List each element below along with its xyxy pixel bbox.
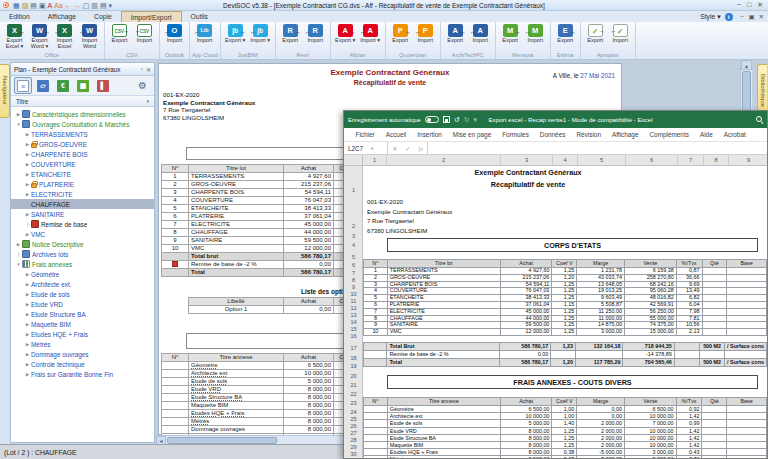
- export-estima-button[interactable]: E→Export: [553, 23, 578, 51]
- mdi-close-icon[interactable]: ✕: [759, 13, 764, 20]
- collapsed-arrow-icon[interactable]: ▶: [24, 162, 31, 167]
- row-header-3[interactable]: 3: [344, 233, 363, 239]
- row-header-12[interactable]: 12: [344, 305, 363, 311]
- row-header-6[interactable]: 6: [344, 262, 363, 268]
- branch-icon[interactable]: ├: [24, 222, 31, 227]
- export-revit-button[interactable]: R→Export: [278, 23, 303, 51]
- tree-item-dommage-ouvrages[interactable]: ▶Dommage ouvrages: [11, 349, 154, 359]
- excel-tab-affichage[interactable]: Affichage: [606, 131, 644, 138]
- row-header-2[interactable]: 2: [344, 223, 363, 229]
- tree-item-etancheite[interactable]: ▶ETANCHEITE: [11, 169, 154, 179]
- import-revit-button[interactable]: R←Import: [303, 23, 328, 51]
- collapsed-arrow-icon[interactable]: ▶: [24, 192, 31, 197]
- collapsed-arrow-icon[interactable]: ▶: [24, 132, 31, 137]
- collapsed-arrow-icon[interactable]: ▶: [24, 372, 31, 377]
- export-architechpc-button[interactable]: A→Export: [443, 23, 468, 51]
- column-header-6[interactable]: 6: [626, 155, 678, 165]
- print-icon[interactable]: ▤: [30, 2, 37, 9]
- row-header-15[interactable]: 15: [344, 326, 363, 332]
- menu-tab-edition[interactable]: Edition: [0, 11, 39, 22]
- row-header-26[interactable]: 26: [344, 423, 363, 429]
- tree-item-g-om-tre[interactable]: ▶Géométre: [11, 269, 154, 279]
- column-header-7[interactable]: 7: [678, 155, 704, 165]
- formula-input[interactable]: [428, 142, 767, 154]
- import-mensura-button[interactable]: M←Import: [523, 23, 548, 51]
- mdi-restore-icon[interactable]: ▣: [748, 13, 754, 20]
- export-allplan-button[interactable]: A→Export ▾: [333, 23, 358, 51]
- collapsed-arrow-icon[interactable]: ▶: [24, 322, 31, 327]
- name-box[interactable]: L2C7▾: [344, 142, 388, 154]
- import-csv-button[interactable]: CSV←Import: [132, 23, 157, 51]
- row-header-7[interactable]: 7: [344, 270, 363, 276]
- pin-icon[interactable]: ▫: [141, 66, 143, 73]
- qat-more-icon[interactable]: ▾: [474, 116, 478, 123]
- excel-tab-insertion[interactable]: Insertion: [412, 131, 448, 138]
- devisoc-logo-icon[interactable]: D: [2, 1, 10, 9]
- collapsed-arrow-icon[interactable]: ▶: [24, 142, 31, 147]
- import-allplan-button[interactable]: A←Import ▾: [358, 23, 383, 51]
- tree-item-maquette-bim[interactable]: ▶Maquette BIM: [11, 319, 154, 329]
- import-quoterplan-button[interactable]: P←Import: [413, 23, 438, 51]
- enter-icon[interactable]: ✓: [405, 145, 410, 152]
- settings-gear-icon[interactable]: ⚙: [138, 80, 151, 91]
- close-icon[interactable]: ✕: [757, 1, 763, 9]
- tree-item-m-tr-s[interactable]: ▶Métrés: [11, 339, 154, 349]
- collapsed-arrow-icon[interactable]: ▶: [24, 152, 31, 157]
- row-header-23[interactable]: 23: [344, 400, 363, 406]
- export-aproplan-button[interactable]: ✓→Export: [583, 23, 608, 51]
- tree-item-sanitaire[interactable]: ▶SANITAIRE: [11, 209, 154, 219]
- import-office-button[interactable]: X←ImportExcel: [52, 23, 77, 51]
- tree-item-frais-sur-garantie-bonne-fin[interactable]: ▶Frais sur Garantie Bonne Fin: [11, 369, 154, 379]
- tree-item-notice-descriptive[interactable]: ▶Notice Descriptive: [11, 239, 154, 249]
- tree-item-couverture[interactable]: ▶COUVERTURE: [11, 159, 154, 169]
- row-header-29[interactable]: 29: [344, 444, 363, 450]
- select-all-corner[interactable]: [344, 155, 363, 166]
- row-header-22[interactable]: 22: [344, 391, 363, 397]
- fx-icon[interactable]: fx: [418, 145, 423, 152]
- import-architechpc-button[interactable]: A←Import: [468, 23, 493, 51]
- row-header-24[interactable]: 24: [344, 409, 363, 415]
- save-icon[interactable]: [443, 116, 450, 123]
- text-style-icon[interactable]: Aa: [54, 2, 63, 9]
- more-icon[interactable]: ▾: [109, 2, 113, 9]
- row-header-28[interactable]: 28: [344, 437, 363, 443]
- collapsed-arrow-icon[interactable]: ▶: [24, 172, 31, 177]
- finance-icon-button[interactable]: €: [54, 77, 72, 94]
- export-justbim-button[interactable]: jb→Export ▾: [223, 23, 248, 51]
- excel-tab-mise-en-page[interactable]: Mise en page: [447, 131, 496, 138]
- collapsed-arrow-icon[interactable]: ▶: [24, 272, 31, 277]
- tab-navigateur[interactable]: Navigateur: [0, 64, 10, 118]
- export-office-button[interactable]: W→ExportWord ▾: [27, 23, 52, 51]
- tree-item-terrassements[interactable]: ▶TERRASSEMENTS: [11, 129, 154, 139]
- row-header-8[interactable]: 8: [344, 277, 363, 283]
- tree-item-controle-technique[interactable]: ▶Controle technique: [11, 359, 154, 369]
- collapsed-arrow-icon[interactable]: ▶: [24, 332, 31, 337]
- export-office-button[interactable]: X→ExportExcel ▾: [2, 23, 27, 51]
- row-header-25[interactable]: 25: [344, 416, 363, 422]
- undo-icon[interactable]: ↺: [454, 116, 460, 123]
- menu-tab-import-export[interactable]: Import/Export: [121, 11, 182, 22]
- tree-item-charpente-bois[interactable]: ▶CHARPENTE BOIS: [11, 149, 154, 159]
- tree-item-remise-de-base[interactable]: ├Remise de base: [11, 219, 154, 229]
- window-split-icon[interactable]: ▥: [91, 2, 98, 9]
- collapsed-arrow-icon[interactable]: ▶: [15, 242, 22, 247]
- row-header-9[interactable]: 9: [344, 284, 363, 290]
- row-header-11[interactable]: 11: [344, 298, 363, 304]
- expanded-arrow-icon[interactable]: ▼: [15, 262, 22, 267]
- mdi-minimize-icon[interactable]: −: [741, 13, 745, 20]
- column-header-1[interactable]: 1: [363, 155, 387, 165]
- filter-arrow-icon[interactable]: ▾: [146, 98, 149, 104]
- menu-tab-affichage[interactable]: Affichage: [39, 11, 85, 22]
- row-header-17[interactable]: 17: [344, 345, 363, 351]
- tree-item-vmc[interactable]: ▶VMC: [11, 229, 154, 239]
- menu-tab-copie[interactable]: Copie: [85, 11, 121, 22]
- branch-icon[interactable]: ├: [15, 252, 22, 257]
- excel-tab-formules[interactable]: Formules: [497, 131, 535, 138]
- redo-icon[interactable]: ↻: [464, 116, 470, 123]
- row-header-5[interactable]: 5: [344, 254, 363, 260]
- book-icon-button[interactable]: ▌: [94, 77, 112, 94]
- collapsed-arrow-icon[interactable]: ▶: [24, 182, 31, 187]
- row-header-18[interactable]: 18: [344, 355, 363, 361]
- collapsed-arrow-icon[interactable]: ▶: [24, 282, 31, 287]
- row-header-21[interactable]: 21: [344, 382, 363, 388]
